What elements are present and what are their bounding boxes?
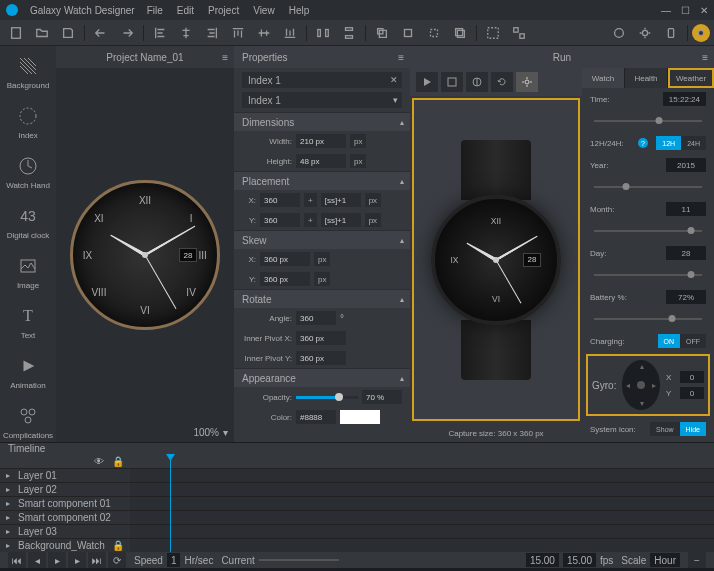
align-center-h-button[interactable] (174, 23, 198, 43)
tool-watch-hand[interactable]: Watch Hand (6, 154, 50, 190)
tool-background[interactable]: Background (7, 54, 50, 90)
sysicon-hide-button[interactable]: Hide (680, 422, 706, 436)
menu-help[interactable]: Help (289, 5, 310, 16)
new-button[interactable] (4, 23, 28, 43)
pivot-x-input[interactable] (296, 331, 346, 345)
send-back-button[interactable] (448, 23, 472, 43)
lock-icon[interactable]: 🔒 (112, 540, 124, 551)
tool-animation[interactable]: Animation (10, 354, 46, 390)
theme-button[interactable] (692, 24, 710, 42)
zoom-out-button[interactable]: − (688, 552, 706, 568)
send-backward-button[interactable] (422, 23, 446, 43)
zoom-chevron-icon[interactable]: ▾ (223, 427, 228, 438)
height-input[interactable] (296, 154, 346, 168)
width-input[interactable] (296, 134, 346, 148)
tl-next-button[interactable]: ▸ (68, 552, 86, 568)
placement-section[interactable]: Placement▴ (234, 172, 410, 190)
tl-last-button[interactable]: ⏭ (88, 552, 106, 568)
menu-project[interactable]: Project (208, 5, 239, 16)
color-input[interactable] (296, 410, 336, 424)
y-input[interactable] (260, 213, 300, 227)
format-info-icon[interactable]: ? (638, 138, 648, 148)
skew-x-input[interactable] (260, 252, 310, 266)
angle-input[interactable] (296, 311, 336, 325)
index-select-2[interactable]: Index 1▾ (242, 92, 402, 108)
dist-h-button[interactable] (311, 23, 335, 43)
charging-off-button[interactable]: OFF (680, 334, 706, 348)
scale-select[interactable]: Hour (650, 553, 680, 567)
skew-section[interactable]: Skew▴ (234, 231, 410, 249)
align-right-button[interactable] (200, 23, 224, 43)
rotate-section[interactable]: Rotate▴ (234, 290, 410, 308)
time-slider[interactable] (594, 120, 702, 122)
tool-complications[interactable]: Complications (3, 404, 53, 440)
align-middle-button[interactable] (252, 23, 276, 43)
align-left-button[interactable] (148, 23, 172, 43)
layer-row[interactable]: ▸Background_Watch🔒 (0, 538, 130, 552)
current-slider[interactable] (259, 559, 339, 561)
year-slider[interactable] (594, 186, 702, 188)
x-input[interactable] (260, 193, 300, 207)
gyro-pad[interactable]: ▴▾ ◂▸ (622, 360, 660, 410)
dimensions-section[interactable]: Dimensions▴ (234, 113, 410, 131)
settings-button[interactable] (633, 23, 657, 43)
bring-forward-button[interactable] (396, 23, 420, 43)
tool-digital-clock[interactable]: 43Digital clock (7, 204, 50, 240)
canvas-menu-icon[interactable]: ≡ (222, 52, 228, 63)
run-menu-icon[interactable]: ≡ (702, 52, 708, 63)
minimize-icon[interactable]: — (661, 5, 671, 16)
close-icon[interactable]: ✕ (700, 5, 708, 16)
layer-row[interactable]: ▸Smart component 02 (0, 510, 130, 524)
layer-row[interactable]: ▸Smart component 01 (0, 496, 130, 510)
tab-weather[interactable]: Weather (668, 68, 714, 88)
tl-loop-button[interactable]: ⟳ (108, 552, 126, 568)
tl-play-button[interactable]: ▸ (48, 552, 66, 568)
pivot-y-input[interactable] (296, 351, 346, 365)
layer-row[interactable]: ▸Layer 02 (0, 482, 130, 496)
redo-button[interactable] (115, 23, 139, 43)
play-button[interactable] (416, 72, 438, 92)
maximize-icon[interactable]: ☐ (681, 5, 690, 16)
save-button[interactable] (56, 23, 80, 43)
month-slider[interactable] (594, 230, 702, 232)
appearance-section[interactable]: Appearance▴ (234, 369, 410, 387)
tab-watch[interactable]: Watch (582, 68, 625, 88)
layer-row[interactable]: ▸Layer 01 (0, 468, 130, 482)
device-button[interactable] (659, 23, 683, 43)
ungroup-button[interactable] (507, 23, 531, 43)
bring-front-button[interactable] (370, 23, 394, 43)
build-button[interactable] (607, 23, 631, 43)
open-button[interactable] (30, 23, 54, 43)
menu-view[interactable]: View (253, 5, 275, 16)
index-select-1[interactable]: Index 1✕ (242, 72, 402, 88)
watch-face-canvas[interactable]: XIIIIII IVVIVIII IXXI 28 (70, 180, 220, 330)
properties-menu-icon[interactable]: ≡ (398, 52, 404, 63)
tool-image[interactable]: Image (16, 254, 40, 290)
menu-edit[interactable]: Edit (177, 5, 194, 16)
speed-value[interactable]: 1 (167, 553, 181, 567)
tool-text[interactable]: TText (16, 304, 40, 340)
refresh-button[interactable] (491, 72, 513, 92)
tl-first-button[interactable]: ⏮ (8, 552, 26, 568)
contrast-button[interactable] (466, 72, 488, 92)
sysicon-show-button[interactable]: Show (650, 422, 680, 436)
24h-button[interactable]: 24H (681, 136, 706, 150)
align-top-button[interactable] (226, 23, 250, 43)
tool-index[interactable]: Index (16, 104, 40, 140)
gear-button[interactable] (516, 72, 538, 92)
charging-on-button[interactable]: ON (658, 334, 681, 348)
align-bottom-button[interactable] (278, 23, 302, 43)
group-button[interactable] (481, 23, 505, 43)
y-expr-input[interactable] (321, 213, 361, 227)
visibility-header-icon[interactable]: 👁 (94, 456, 104, 467)
color-swatch[interactable] (340, 410, 380, 424)
timeline-tracks[interactable] (130, 454, 714, 552)
layer-row[interactable]: ▸Layer 03 (0, 524, 130, 538)
skew-y-input[interactable] (260, 272, 310, 286)
x-expr-input[interactable] (321, 193, 361, 207)
tab-health[interactable]: Health (625, 68, 668, 88)
fullscreen-button[interactable] (441, 72, 463, 92)
battery-slider[interactable] (594, 318, 702, 320)
undo-button[interactable] (89, 23, 113, 43)
tl-prev-button[interactable]: ◂ (28, 552, 46, 568)
